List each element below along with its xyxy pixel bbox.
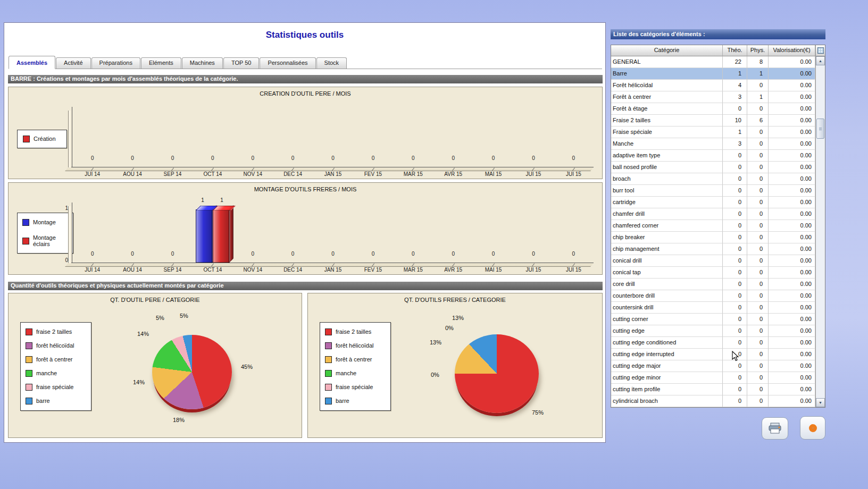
table-row[interactable]: ball nosed profile 0 0 0.00 xyxy=(611,162,815,173)
categories-table: Catégorie Théo. Phys. Valorisation(€) GE… xyxy=(611,45,825,408)
table-row[interactable]: Barre 1 1 0.00 xyxy=(611,68,815,80)
cell-category: cutting corner xyxy=(611,314,723,325)
cell-theo: 22 xyxy=(723,56,747,68)
tick-mark xyxy=(193,263,232,267)
cell-category: Forêt à centrer xyxy=(611,91,723,103)
scrollbar[interactable]: ▲ ▼ xyxy=(815,45,825,407)
bar-value-label: 0 xyxy=(153,155,193,161)
tab-bar: Assemblés Activité Préparations Eléments… xyxy=(9,55,347,69)
column-header-categorie[interactable]: Catégorie xyxy=(611,45,723,56)
table-row[interactable]: chip breaker 0 0 0.00 xyxy=(611,232,815,243)
legend-swatch xyxy=(26,342,32,349)
bar-value-label: 0 xyxy=(554,251,594,257)
scroll-up-button[interactable]: ▲ xyxy=(816,56,825,65)
tab[interactable]: Personnalisées xyxy=(260,57,315,69)
cell-category: cutting edge interrupted xyxy=(611,349,723,360)
tab[interactable]: Assemblés xyxy=(9,56,55,69)
legend-swatch xyxy=(22,219,29,226)
legend-entry: manche xyxy=(325,370,386,377)
table-row[interactable]: cutting edge major 0 0 0.00 xyxy=(611,360,815,372)
column-header-phys[interactable]: Phys. xyxy=(747,45,769,56)
bar-value-label: 0 xyxy=(473,251,513,257)
table-row[interactable]: chip management 0 0 0.00 xyxy=(611,243,815,255)
table-row[interactable]: burr tool 0 0 0.00 xyxy=(611,185,815,197)
table-row[interactable]: cutting edge 0 0 0.00 xyxy=(611,325,815,337)
table-body: GENERAL 22 8 0.00 Barre 1 1 0.00 xyxy=(611,56,815,407)
table-row[interactable]: cylindrical broach 0 0 0.00 xyxy=(611,395,815,407)
bar-value-label: 0 xyxy=(273,155,313,161)
table-row[interactable]: Forêt hélicoïdal 4 0 0.00 xyxy=(611,80,815,91)
bar-value-label: 0 xyxy=(313,251,353,257)
scroll-down-button[interactable]: ▼ xyxy=(816,398,825,407)
tick-mark xyxy=(473,167,513,171)
table-row[interactable]: core drill 0 0 0.00 xyxy=(611,279,815,290)
cell-valorisation: 0.00 xyxy=(769,302,815,314)
bar-value-label: 0 xyxy=(473,155,513,161)
cell-theo: 0 xyxy=(723,267,747,279)
table-row[interactable]: chamfer drill 0 0 0.00 xyxy=(611,208,815,220)
bar-value-label: 0 xyxy=(233,251,273,257)
table-row[interactable]: chamfered corner 0 0 0.00 xyxy=(611,220,815,232)
tab[interactable]: TOP 50 xyxy=(223,57,260,69)
table-corner-cell[interactable] xyxy=(816,45,825,56)
x-axis-label: JAN 15 xyxy=(313,267,353,273)
table-row[interactable]: cutting item profile 0 0 0.00 xyxy=(611,384,815,395)
table-row[interactable]: Forêt à étage 0 0 0.00 xyxy=(611,103,815,115)
cell-valorisation: 0.00 xyxy=(769,68,815,80)
print-report-button[interactable] xyxy=(762,417,788,440)
cell-category: cutting item profile xyxy=(611,384,723,395)
pie-percent-label: 14% xyxy=(133,379,145,385)
cell-valorisation: 0.00 xyxy=(769,56,815,68)
table-row[interactable]: cartridge 0 0 0.00 xyxy=(611,197,815,208)
table-row[interactable]: conical drill 0 0 0.00 xyxy=(611,255,815,267)
tab[interactable]: Machines xyxy=(182,57,223,69)
tab[interactable]: Stock xyxy=(316,57,347,69)
table-row[interactable]: cutting corner 0 0 0.00 xyxy=(611,314,815,325)
table-row[interactable]: Fraise 2 tailles 10 6 0.00 xyxy=(611,115,815,127)
legend-entry: barre xyxy=(26,398,86,404)
table-row[interactable]: counterbore drill 0 0 0.00 xyxy=(611,290,815,302)
tab[interactable]: Préparations xyxy=(91,57,140,69)
bar-value-label: 0 xyxy=(393,155,433,161)
table-row[interactable]: Fraise spéciale 1 0 0.00 xyxy=(611,127,815,138)
cell-valorisation: 0.00 xyxy=(769,91,815,103)
tick-mark xyxy=(273,167,313,171)
refresh-button[interactable] xyxy=(800,416,825,440)
table-row[interactable]: cutting edge minor 0 0 0.00 xyxy=(611,372,815,384)
categories-panel-title: Liste des catégories d'éléments : xyxy=(611,29,825,39)
table-row[interactable]: Forêt à centrer 3 1 0.00 xyxy=(611,91,815,103)
tab-label: Préparations xyxy=(99,60,132,66)
scrollbar-thumb[interactable] xyxy=(816,119,824,139)
cell-valorisation: 0.00 xyxy=(769,372,815,384)
column-header-valorisation[interactable]: Valorisation(€) xyxy=(769,45,815,56)
tab-strip-divider xyxy=(9,69,602,69)
cell-category: GENERAL xyxy=(611,56,723,68)
table-row[interactable]: countersink drill 0 0 0.00 xyxy=(611,302,815,314)
tick-mark xyxy=(393,263,433,267)
chart-legend: Montage Montage éclairs xyxy=(17,213,73,254)
table-row[interactable]: cutting edge interrupted 0 0 0.00 xyxy=(611,349,815,360)
table-row[interactable]: Manche 3 0 0.00 xyxy=(611,138,815,150)
column-header-theo[interactable]: Théo. xyxy=(723,45,747,56)
cell-theo: 0 xyxy=(723,314,747,325)
cell-valorisation: 0.00 xyxy=(769,173,815,185)
x-axis-label: DEC 14 xyxy=(273,171,313,177)
scrollbar-track[interactable] xyxy=(816,65,825,398)
table-row[interactable]: adaptive item type 0 0 0.00 xyxy=(611,150,815,162)
legend-swatch xyxy=(23,136,30,142)
table-row[interactable]: cutting edge conditioned 0 0 0.00 xyxy=(611,337,815,349)
cell-phys: 0 xyxy=(747,267,769,279)
table-row[interactable]: GENERAL 22 8 0.00 xyxy=(611,56,815,68)
cell-valorisation: 0.00 xyxy=(769,197,815,208)
cell-theo: 0 xyxy=(723,243,747,255)
cell-phys: 0 xyxy=(747,173,769,185)
categories-panel: Liste des catégories d'éléments : Catégo… xyxy=(611,29,825,441)
tab[interactable]: Eléments xyxy=(141,57,181,69)
table-row[interactable]: conical tap 0 0 0.00 xyxy=(611,267,815,279)
table-row[interactable]: broach 0 0 0.00 xyxy=(611,173,815,185)
legend-swatch xyxy=(325,398,332,404)
cell-phys: 0 xyxy=(747,232,769,243)
cell-phys: 1 xyxy=(747,68,769,80)
tab[interactable]: Activité xyxy=(56,57,90,69)
tick-mark xyxy=(153,263,193,267)
